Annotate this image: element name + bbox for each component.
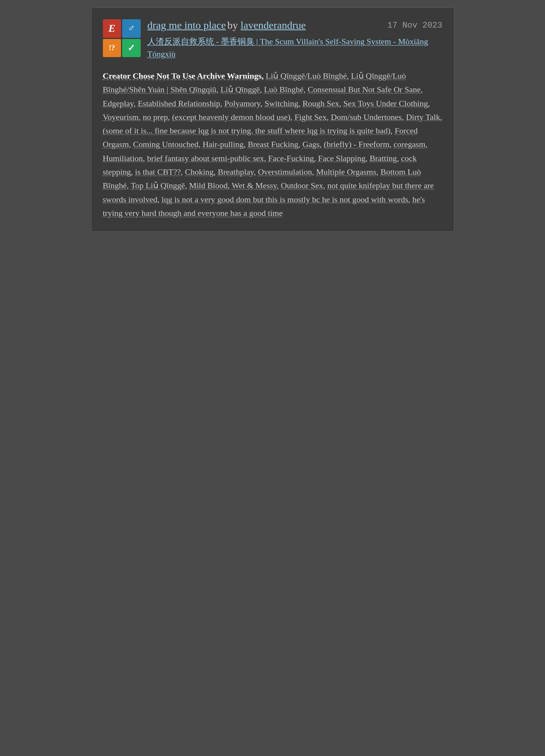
story-author[interactable]: lavenderandrue (241, 19, 306, 31)
tag-coregasm[interactable]: coregasm, (394, 139, 428, 149)
tag-voyeurism[interactable]: Voyeurism, (103, 112, 141, 122)
exclaim-icon: !? (103, 39, 121, 57)
tag-dirty-talk[interactable]: Dirty Talk, (406, 112, 442, 122)
tag-bratting[interactable]: Bratting, (370, 153, 399, 163)
tag-mild-blood[interactable]: Mild Blood, (189, 181, 230, 190)
story-date: 17 Nov 2023 (387, 21, 442, 30)
tag-dom-sub[interactable]: Dom/sub Undertones, (331, 112, 404, 122)
tag-rough-sex[interactable]: Rough Sex, (303, 99, 342, 108)
tag-choking[interactable]: Choking, (185, 167, 216, 177)
tag-breast-fucking[interactable]: Breast Fucking, (248, 139, 300, 149)
tag-sex-toys[interactable]: Sex Toys Under Clothing, (343, 99, 430, 108)
tag-multiple-orgasms[interactable]: Multiple Orgasms, (316, 167, 379, 177)
story-by: by (227, 19, 241, 31)
tag-face-slapping[interactable]: Face Slapping, (318, 153, 368, 163)
male-icon: ♂ (122, 19, 141, 38)
tag-gags[interactable]: Gags, (303, 139, 322, 149)
tag-edgeplay[interactable]: Edgeplay, (103, 99, 136, 108)
tag-established[interactable]: Established Relationship, (138, 99, 222, 108)
tag-cbt[interactable]: is that CBT??, (135, 167, 183, 177)
header: E ♂ !? ✓ drag me into place by lavendera… (103, 19, 443, 60)
tag-outdoor-sex[interactable]: Outdoor Sex, (281, 181, 325, 190)
header-text: drag me into place by lavenderandrue 17 … (148, 19, 443, 60)
e-icon: E (103, 19, 121, 38)
tag-wet-messy[interactable]: Wet & Messy, (232, 181, 279, 190)
tag-overstimulation[interactable]: Overstimulation, (258, 167, 314, 177)
tag-breathplay[interactable]: Breathplay, (218, 167, 256, 177)
tag-warning[interactable]: Creator Chose Not To Use Archive Warning… (103, 71, 264, 81)
tag-fight-sex[interactable]: Fight Sex, (295, 112, 329, 122)
tag-consensual[interactable]: Consensual But Not Safe Or Sane, (307, 85, 422, 94)
tag-coming-untouched[interactable]: Coming Untouched, (133, 139, 200, 149)
tag-character-2[interactable]: Luò Bīnghé, (264, 85, 306, 94)
tag-polyamory[interactable]: Polyamory, (224, 99, 262, 108)
tag-demon-blood[interactable]: (except heavenly demon blood use), (172, 112, 292, 122)
tag-hair-pulling[interactable]: Hair-pulling, (203, 139, 246, 149)
title-line: drag me into place by lavenderandrue 17 … (148, 19, 443, 31)
tag-no-prep[interactable]: no prep, (143, 112, 170, 122)
story-fandom[interactable]: 人渣反派自救系统 - 墨香铜臭 | The Scum Villain's Sel… (148, 35, 443, 60)
tag-relationship-1[interactable]: Liǔ Qīnggē/Luò Bīnghé, (266, 71, 349, 81)
title-author-block: drag me into place by lavenderandrue (148, 19, 306, 31)
tag-character-1[interactable]: Liǔ Qīnggē, (220, 85, 262, 94)
story-card: E ♂ !? ✓ drag me into place by lavendera… (91, 8, 454, 232)
icon-grid: E ♂ !? ✓ (103, 19, 141, 57)
story-title[interactable]: drag me into place (148, 19, 226, 31)
tag-top-lqg[interactable]: Top Liǔ Qīnggē, (131, 181, 187, 190)
tags-section: Creator Chose Not To Use Archive Warning… (103, 69, 443, 220)
tag-lqg-note[interactable]: (some of it is... fine because lqg is no… (103, 126, 393, 135)
tag-switching[interactable]: Switching, (264, 99, 300, 108)
check-icon: ✓ (122, 39, 141, 57)
tag-lqg-dom[interactable]: lqg is not a very good dom but this is m… (161, 195, 410, 204)
tag-humiliation[interactable]: Humiliation, (103, 153, 145, 163)
tag-face-fucking[interactable]: Face-Fucking, (268, 153, 316, 163)
tag-briefly-freeform[interactable]: (briefly) - Freeform, (324, 139, 391, 149)
tag-semi-public[interactable]: brief fantasy about semi-public sex, (147, 153, 266, 163)
